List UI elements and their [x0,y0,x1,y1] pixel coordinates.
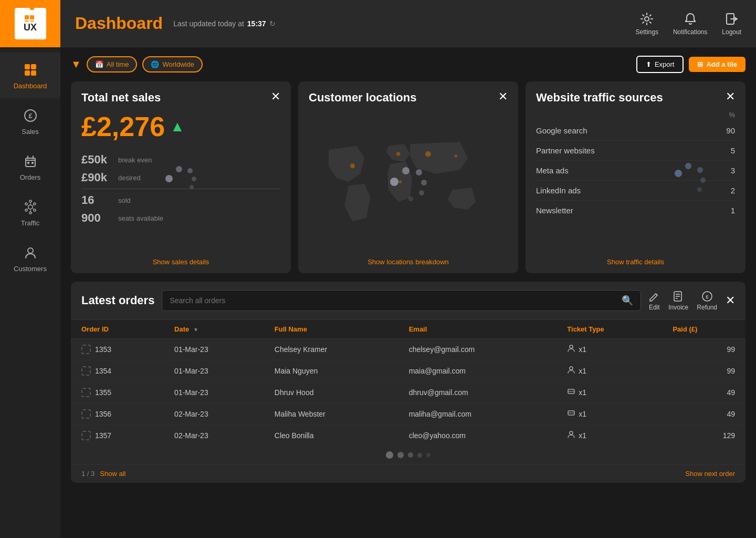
table-row[interactable]: 1354 01-Mar-23 Maia Nguyen maia@gmail.co… [71,360,746,382]
traffic-source-name: LinkedIn ads [536,186,581,195]
traffic-tile-header: Website traffic sources ✕ [536,91,735,105]
order-date: 02-Mar-23 [164,425,264,447]
show-traffic-details[interactable]: Show traffic details [526,258,746,266]
orders-actions: Edit Invoice £ [648,291,735,311]
svg-rect-5 [31,64,36,69]
sold-value: 16 [81,193,113,207]
locations-tile-close[interactable]: ✕ [498,91,508,102]
order-paid: 49 [662,404,746,425]
sidebar-item-customers[interactable]: Customers [0,235,60,281]
svg-rect-3 [30,20,34,22]
orders-spinner [386,451,430,459]
sidebar-item-orders[interactable]: Orders [0,144,60,190]
svg-rect-10 [26,158,35,167]
table-row[interactable]: 1355 01-Mar-23 Dhruv Hood dhruv@gmail.co… [71,382,746,404]
edit-button[interactable]: Edit [648,291,660,311]
order-date: 02-Mar-23 [164,404,264,425]
order-id-cell: 1357 [71,425,164,447]
order-paid: 99 [662,339,746,360]
edit-label: Edit [649,304,660,311]
main-content: Dashboard Last updated today at 15:37 ↻ … [60,0,756,538]
edit-icon [648,291,660,302]
bell-icon [683,12,698,26]
filter-worldwide-label: Worldwide [162,60,194,68]
order-ticket: x1 [556,339,662,360]
traffic-column-header: % [536,111,735,119]
seats-row: 900 seats available [81,211,280,225]
notifications-button[interactable]: Notifications [673,12,707,36]
order-name: Maia Nguyen [264,360,398,382]
traffic-tile-close[interactable]: ✕ [726,91,735,102]
orders-search-input[interactable] [170,296,617,305]
orders-close-button[interactable]: ✕ [726,294,735,307]
customer-locations-map [309,111,508,253]
orders-header: Latest orders 🔍 Edit [71,282,746,320]
traffic-source-name: Newsletter [536,206,573,215]
refund-label: Refund [697,304,717,311]
col-email: Email [398,320,557,339]
settings-label: Settings [636,28,658,36]
svg-point-16 [25,209,27,211]
filter-worldwide-button[interactable]: 🌐 Worldwide [142,56,202,73]
order-email: maliha@gmail.com [398,404,557,425]
sidebar-item-traffic[interactable]: Traffic [0,190,60,235]
settings-button[interactable]: Settings [636,12,658,36]
date-sort-icon: ▼ [193,327,198,333]
svg-text:£: £ [706,294,708,299]
order-paid: 129 [662,425,746,447]
sidebar-item-sales[interactable]: £ Sales [0,98,60,144]
page-title: Dashboard [75,14,163,33]
order-paid: 49 [662,382,746,404]
tiles-row: Total net sales ✕ £2,276 ▲ £50k break ev… [71,81,746,273]
show-sales-details[interactable]: Show sales details [71,258,291,266]
table-row[interactable]: 1353 01-Mar-23 Chelsey Kramer chelsey@gm… [71,339,746,360]
refund-button[interactable]: £ Refund [697,291,717,311]
filter-icon: ▼ [71,58,81,70]
sales-icon: £ [22,107,39,125]
svg-rect-0 [25,15,29,19]
dashboard-icon [22,61,39,79]
invoice-button[interactable]: Invoice [668,291,688,311]
sidebar-item-dashboard[interactable]: Dashboard [0,53,60,98]
logo-icon [25,15,35,22]
traffic-percent-header: % [729,111,735,119]
col-date[interactable]: Date ▼ [164,320,264,339]
col-paid: Paid (£) [662,320,746,339]
traffic-source-row: Partner websites 5 [536,141,735,161]
table-row[interactable]: 1356 02-Mar-23 Maliha Webster maliha@gma… [71,404,746,425]
show-all-link[interactable]: Show all [100,470,125,478]
sales-amount: £2,276 ▲ [81,111,280,142]
order-ticket: x1 [556,404,662,425]
refresh-icon[interactable]: ↻ [269,19,276,28]
svg-line-23 [33,208,34,210]
add-tile-button[interactable]: ⊞ Add a tile [689,57,746,72]
export-button[interactable]: ⬆ Export [636,56,684,73]
svg-point-18 [29,200,32,202]
desired-value: £90k [81,171,113,184]
filter-alltime-button[interactable]: 📅 All time [87,56,138,73]
sold-row: 16 sold [81,193,280,207]
svg-line-20 [27,205,28,206]
order-paid: 99 [662,360,746,382]
svg-rect-11 [27,162,29,164]
traffic-icon [22,198,39,216]
logo-text: UX [24,23,37,32]
order-ticket: x1 [556,382,662,404]
table-row[interactable]: 1357 02-Mar-23 Cleo Bonilla cleo@yahoo.c… [71,425,746,447]
table-footer: 1 / 3 Show all Show next order [71,464,746,483]
sales-spinner [165,162,197,193]
logout-button[interactable]: Logout [722,12,741,36]
order-date: 01-Mar-23 [164,339,264,360]
svg-point-32 [425,151,431,157]
orders-section: Latest orders 🔍 Edit [71,282,746,483]
logo-inner: UX [15,8,46,39]
svg-rect-2 [25,20,29,22]
show-locations-breakdown[interactable]: Show locations breakdown [309,258,508,266]
sidebar: UX Dashboard £ [0,0,60,538]
traffic-source-value: 2 [731,186,735,195]
svg-point-30 [350,164,355,169]
sales-tile-close[interactable]: ✕ [271,91,280,102]
sidebar-label-orders: Orders [20,173,41,181]
show-next-link[interactable]: Show next order [685,470,735,478]
orders-search-container: 🔍 [162,290,641,311]
